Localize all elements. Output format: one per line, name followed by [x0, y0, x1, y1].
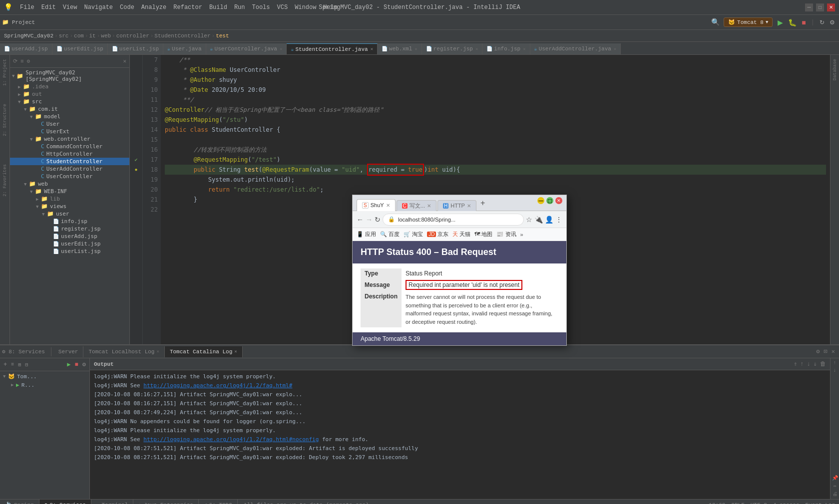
tree-root[interactable]: ▼ 📁 SpringMVC_day02 [SpringMVC_day02]	[10, 69, 129, 83]
tab-catalina-close[interactable]: ✕	[234, 349, 237, 354]
bookmark-zixun[interactable]: 📰 资讯	[496, 231, 516, 238]
bookmark-ditu[interactable]: 🗺 地图	[474, 231, 492, 238]
log-clear-btn[interactable]: 🗑	[820, 360, 826, 368]
tree-item-httpcontroller[interactable]: C HttpController	[10, 150, 129, 158]
nav-bookmark-btn[interactable]: ☆	[526, 216, 532, 224]
tree-item-views[interactable]: ▼ 📁 views	[10, 203, 129, 210]
breadcrumb-test[interactable]: test	[216, 33, 229, 39]
edge-structure-btn[interactable]: 2: Structure	[1, 102, 8, 138]
breadcrumb-studentcontroller[interactable]: StudentController	[154, 33, 210, 39]
svc-stop-btn[interactable]: ■	[73, 360, 80, 369]
tree-item-model[interactable]: ▼ 📁 model	[10, 113, 129, 120]
bottom-tab-server[interactable]: Server	[53, 346, 84, 357]
tab-info[interactable]: 📄 info.jsp ✕	[482, 43, 530, 54]
tree-item-usereditjsp[interactable]: 📄 userEdit.jsp	[10, 240, 129, 248]
tab-studentcontroller-close[interactable]: ✕	[371, 46, 373, 52]
tab-userlist[interactable]: 📄 userList.jsp	[108, 43, 163, 54]
tree-item-userfolder[interactable]: ▼ 📁 user	[10, 210, 129, 218]
tree-item-registerjsp[interactable]: 📄 register.jsp	[10, 225, 129, 233]
stop-button[interactable]: ■	[800, 18, 808, 26]
maximize-button[interactable]: □	[816, 3, 824, 11]
settings-button[interactable]: ⚙	[828, 19, 837, 26]
db-label[interactable]: Database	[833, 57, 838, 82]
log-scroll-down[interactable]: ↓	[807, 361, 811, 368]
tree-item-useraddjsp[interactable]: 📄 userAdd.jsp	[10, 233, 129, 240]
bookmark-more[interactable]: »	[520, 232, 523, 238]
menu-view[interactable]: View	[59, 3, 81, 12]
svc-item-tomcat[interactable]: ▼ 🐱 Tom...	[1, 372, 88, 381]
tab-useradd[interactable]: 📄 userAdd.jsp	[0, 43, 52, 54]
nav-profile-btn[interactable]: 👤	[545, 216, 553, 224]
breadcrumb-project[interactable]: SpringMVC_day02	[4, 33, 53, 39]
log-rt-pin[interactable]: 📌	[832, 475, 838, 481]
statusbar-tab-java[interactable]: ☕ Java Enterprise	[133, 500, 199, 504]
svc-filter-btn[interactable]: ≡	[9, 361, 15, 368]
tree-item-comit[interactable]: ▼ 📁 com.it	[10, 105, 129, 113]
event-log-btn[interactable]: Event Log	[806, 502, 835, 504]
breadcrumb-com[interactable]: com	[74, 33, 84, 39]
tree-item-infojsp[interactable]: 📄 info.jsp	[10, 218, 129, 225]
edge-project-btn[interactable]: 1: Project	[1, 57, 8, 88]
breadcrumb-src[interactable]: src	[59, 33, 69, 39]
tab-webxml[interactable]: 📄 web.xml ✕	[378, 43, 422, 54]
menu-tools[interactable]: Tools	[249, 3, 274, 12]
svc-item-run[interactable]: ▶ ▶ R...	[1, 381, 88, 389]
tree-item-src[interactable]: ▼ 📁 src	[10, 98, 129, 105]
menu-code[interactable]: Code	[116, 3, 138, 12]
browser-tab-http[interactable]: H HTTP ✕	[437, 200, 476, 211]
menu-run[interactable]: Run	[231, 3, 249, 12]
tree-item-lib[interactable]: ▶ 📁 lib	[10, 195, 129, 203]
tab-shuy-close[interactable]: ✕	[386, 203, 390, 208]
log-scroll-bottom[interactable]: ⇓	[814, 360, 817, 368]
log-link-1[interactable]: http://logging.apache.org/log4j/1.2/faq.…	[143, 382, 292, 389]
browser-tab-write[interactable]: C 写文... ✕	[397, 200, 436, 211]
bookmark-tianmao[interactable]: 天 天猫	[452, 231, 470, 238]
breadcrumb-web[interactable]: web	[101, 33, 111, 39]
log-scroll-up[interactable]: ↑	[800, 361, 804, 368]
menu-navigate[interactable]: Navigate	[80, 3, 116, 12]
tab-info-close[interactable]: ✕	[523, 46, 525, 52]
tab-register-close[interactable]: ✕	[475, 46, 478, 52]
bookmark-baidu[interactable]: 🔍 百度	[380, 231, 400, 238]
menu-refactor[interactable]: Refactor	[170, 3, 206, 12]
debug-button[interactable]: 🐛	[786, 18, 799, 26]
tab-usercontroller-close[interactable]: ✕	[280, 46, 282, 52]
edge-favorites-btn[interactable]: 2: Favorites	[1, 162, 8, 199]
tree-item-user[interactable]: C User	[10, 120, 129, 128]
tree-item-webcontroller[interactable]: ▼ 📁 web.controller	[10, 135, 129, 143]
tab-localhost-close[interactable]: ✕	[156, 349, 159, 354]
browser-close-btn[interactable]: ✕	[555, 197, 562, 204]
svc-collapse-btn[interactable]: ⊟	[23, 361, 29, 369]
tab-user[interactable]: ☕ User.java	[163, 43, 206, 54]
run-button[interactable]: ▶	[776, 18, 785, 26]
sidebar-sync-icon[interactable]: ⟳	[12, 57, 18, 65]
menu-analyze[interactable]: Analyze	[138, 3, 170, 12]
close-button[interactable]: ✕	[827, 3, 835, 11]
nav-back-btn[interactable]: ←	[357, 216, 364, 224]
search-icon[interactable]: 🔍	[708, 17, 723, 27]
statusbar-tab-terminal[interactable]: ▸ Terminal	[91, 500, 133, 504]
breadcrumb-controller[interactable]: controller	[116, 33, 149, 39]
tree-item-out[interactable]: ▶ 📁 out	[10, 90, 129, 98]
svc-add-btn[interactable]: +	[2, 360, 8, 369]
log-rt-scroll-down[interactable]: ↓	[833, 368, 836, 373]
statusbar-tab-todo[interactable]: ✓ 6: TODO	[199, 500, 238, 504]
menu-window[interactable]: Window	[291, 3, 320, 12]
log-rt-wrap[interactable]: ⇔	[833, 483, 836, 489]
minimize-button[interactable]: ─	[805, 3, 813, 11]
bottom-settings-icon[interactable]: ⚙	[814, 348, 822, 355]
svc-run-btn[interactable]: ▶	[65, 360, 72, 369]
sidebar-collapse-icon[interactable]: ≡	[19, 57, 25, 65]
tree-item-useraddcontroller[interactable]: C UserAddController	[10, 165, 129, 173]
nav-menu-btn[interactable]: ⋮	[555, 216, 562, 224]
tab-webxml-close[interactable]: ✕	[415, 46, 417, 52]
tomcat-button[interactable]: 🐱 Tomcat 8 ▼	[724, 17, 773, 27]
bottom-close-icon[interactable]: ✕	[830, 348, 837, 355]
bottom-layout-icon[interactable]: ⊡	[822, 348, 830, 355]
tab-studentcontroller[interactable]: ☕ StudentController.java ✕	[287, 43, 378, 54]
update-button[interactable]: ↻	[818, 19, 827, 26]
menu-edit[interactable]: Edit	[38, 3, 59, 12]
bookmark-taobao[interactable]: 🛒 淘宝	[404, 231, 423, 238]
menu-file[interactable]: File	[16, 3, 38, 12]
sidebar-settings-icon[interactable]: ⚙	[26, 57, 31, 65]
